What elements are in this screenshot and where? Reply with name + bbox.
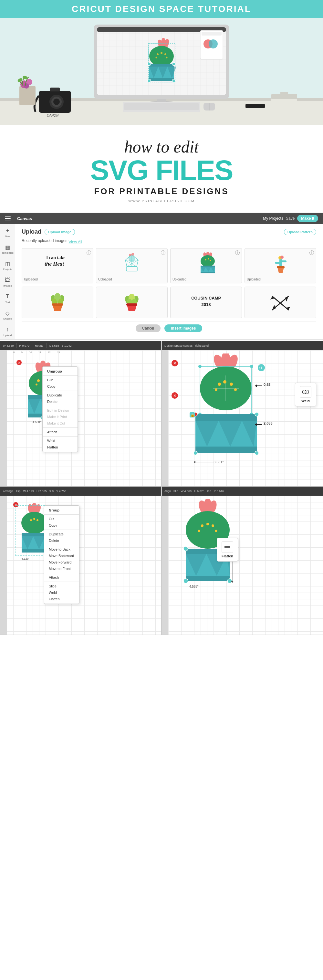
image-grid-row1: I can take the Heat Uploaded i [22, 248, 316, 283]
bl-flip: Flip [16, 490, 21, 493]
svg-point-168 [215, 388, 217, 391]
hamburger-line-1 [5, 216, 11, 217]
ctx-ungroup[interactable]: Ungroup [43, 368, 78, 374]
hamburger-line-2 [5, 218, 11, 219]
ctx-copy[interactable]: Copy [43, 383, 78, 390]
bl-h: H 2.865 [37, 490, 47, 493]
svg-point-171 [198, 365, 202, 368]
ctx-div2 [43, 391, 78, 391]
ctx-bl-move-front[interactable]: Move to Front [44, 565, 79, 572]
ctx-weld[interactable]: Weld [43, 438, 78, 444]
image-label-1: Uploaded [98, 278, 165, 281]
ctx-div3 [43, 406, 78, 406]
br-x: X 0 [207, 490, 212, 493]
image-cell-3[interactable]: Uploaded i [245, 248, 316, 283]
image-cell-7[interactable] [245, 286, 316, 318]
svg-point-111 [280, 256, 283, 259]
svg-point-43 [164, 53, 166, 55]
svg-rect-71 [19, 86, 35, 105]
ctx-bl-copy[interactable]: Copy [44, 522, 79, 528]
insert-images-button[interactable]: Insert Images [164, 325, 202, 332]
svg-point-142 [37, 379, 40, 382]
sep3 [46, 343, 46, 348]
svg-point-184 [255, 451, 259, 455]
sidebar-tool-new[interactable]: + New [4, 227, 11, 238]
br-canvas: 6.379" 4.568" Flatten [168, 496, 323, 635]
svg-point-166 [223, 380, 226, 383]
ctx-bl-move-backward[interactable]: Move Backward [44, 552, 79, 559]
ctx-delete[interactable]: Delete [43, 398, 78, 405]
ctx-duplicate[interactable]: Duplicate [43, 392, 78, 398]
sidebar-tool-images[interactable]: 🖼 Images [3, 277, 12, 287]
svg-rect-240 [224, 546, 230, 547]
toolbar-size-h: H 0.979 [19, 344, 30, 347]
sidebar-templates-label: Templates [2, 251, 13, 254]
svg-text:🔒: 🔒 [190, 412, 195, 417]
projects-icon: ◫ [4, 260, 11, 267]
ctx-bl-move-forward[interactable]: Move Forward [44, 559, 79, 565]
bottom-left-panel: Arrange Flip W 4.129 H 2.865 X 0 Y 4.758… [0, 486, 161, 635]
bl-toolbar: Arrange Flip W 4.129 H 2.865 X 0 Y 4.758 [0, 487, 161, 496]
cancel-button[interactable]: Cancel [136, 325, 161, 332]
sidebar-text-label: Text [5, 301, 10, 304]
view-all-link[interactable]: View All [68, 240, 82, 244]
ctx-bl-duplicate[interactable]: Duplicate [44, 531, 79, 537]
br-flip: Flip [173, 490, 178, 493]
hamburger-line-3 [5, 220, 11, 220]
svg-point-224 [215, 530, 217, 532]
make-it-button[interactable]: Make It [297, 215, 318, 222]
br-h: H 6.378 [194, 490, 204, 493]
save-button[interactable]: Save [286, 216, 294, 221]
image-cell-5[interactable] [96, 286, 168, 318]
svg-point-233 [183, 579, 188, 583]
sidebar-shapes-label: Shapes [3, 317, 12, 320]
upload-pattern-button[interactable]: Upload Pattern [284, 229, 316, 235]
upload-icon: ↑ [4, 326, 11, 333]
svg-point-92 [129, 254, 132, 256]
ctx-bl-div1 [44, 514, 79, 515]
header-title: CRICUT DESIGN SPACE TUTORIAL [0, 4, 323, 14]
upload-image-button[interactable]: Upload Image [45, 229, 75, 235]
svg-rect-211 [22, 549, 48, 552]
ctx-disabled2: Make it Print [43, 414, 78, 420]
ctx-bl-flatten[interactable]: Flatten [44, 596, 79, 602]
svg-point-44 [156, 57, 157, 59]
image-cell-6[interactable]: COUSIN CAMP 2018 [170, 286, 242, 318]
sidebar-tool-text[interactable]: T Text [4, 293, 11, 304]
image-cell-1[interactable]: Uploaded i [96, 248, 168, 283]
my-projects-button[interactable]: My Projects [263, 216, 283, 221]
ctx-attach[interactable]: Attach [43, 429, 78, 435]
weld-icon-box [300, 386, 311, 398]
svg-point-41 [157, 53, 159, 55]
svg-point-52 [148, 62, 151, 65]
image-cell-0[interactable]: I can take the Heat Uploaded i [22, 248, 93, 283]
ctx-bl-group[interactable]: Group [44, 507, 79, 514]
svg-marker-126 [127, 305, 137, 311]
ctx-flatten[interactable]: Flatten [43, 444, 78, 450]
svg-point-208 [37, 519, 38, 521]
sidebar-tool-projects[interactable]: ◫ Projects [3, 260, 12, 271]
svg-text:the Heat: the Heat [45, 261, 64, 267]
ctx-bl-weld[interactable]: Weld [44, 589, 79, 596]
svg-point-199 [305, 390, 309, 394]
ctx-div1 [43, 375, 78, 376]
image-cell-2[interactable]: Uploaded i [170, 248, 242, 283]
sep1 [16, 343, 17, 348]
bl-y: Y 4.758 [56, 490, 66, 493]
ctx-bl-slice[interactable]: Slice [44, 583, 79, 589]
context-menu-left: Ungroup Cut Copy Duplicate Delete Edit i… [42, 366, 78, 452]
ctx-bl-cut[interactable]: Cut [44, 516, 79, 522]
svg-marker-112 [277, 267, 284, 273]
ctx-cut[interactable]: Cut [43, 377, 78, 383]
image-thumb-5 [98, 289, 165, 315]
sidebar-tool-upload[interactable]: ↑ Upload [3, 326, 12, 337]
sidebar-tool-shapes[interactable]: ◇ Shapes [3, 310, 12, 320]
svg-point-98 [205, 259, 207, 261]
hamburger-menu[interactable] [5, 216, 11, 220]
ctx-bl-move-back[interactable]: Move to Back [44, 546, 79, 552]
ctx-bl-attach[interactable]: Attach [44, 574, 79, 581]
context-menu-bl: Group Cut Copy Duplicate Delete Move to … [44, 505, 80, 604]
ctx-bl-delete[interactable]: Delete [44, 537, 79, 544]
image-cell-4[interactable] [22, 286, 93, 318]
sidebar-tool-templates[interactable]: ▦ Templates [2, 243, 13, 254]
